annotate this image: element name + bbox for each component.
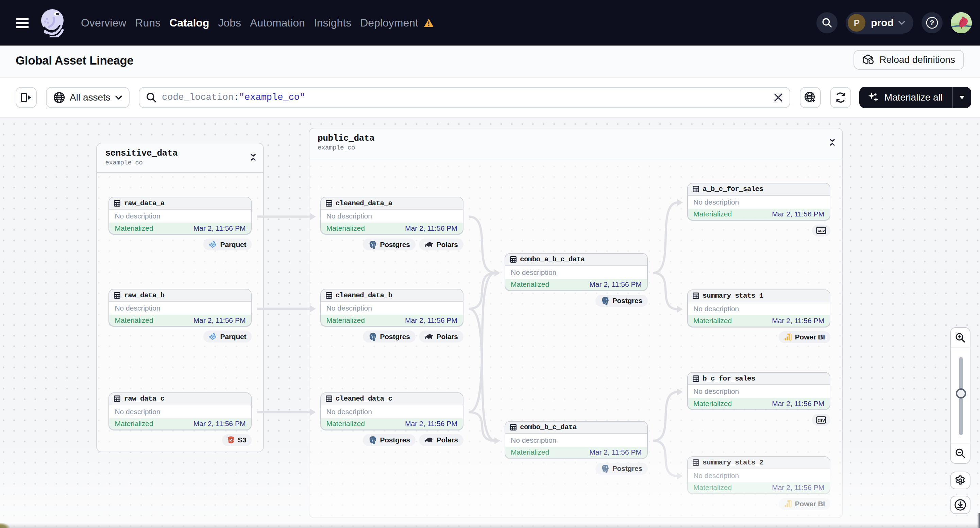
svg-text:csv: csv: [818, 418, 825, 423]
svg-text:csv: csv: [818, 228, 825, 233]
svg-text:?: ?: [930, 19, 934, 27]
